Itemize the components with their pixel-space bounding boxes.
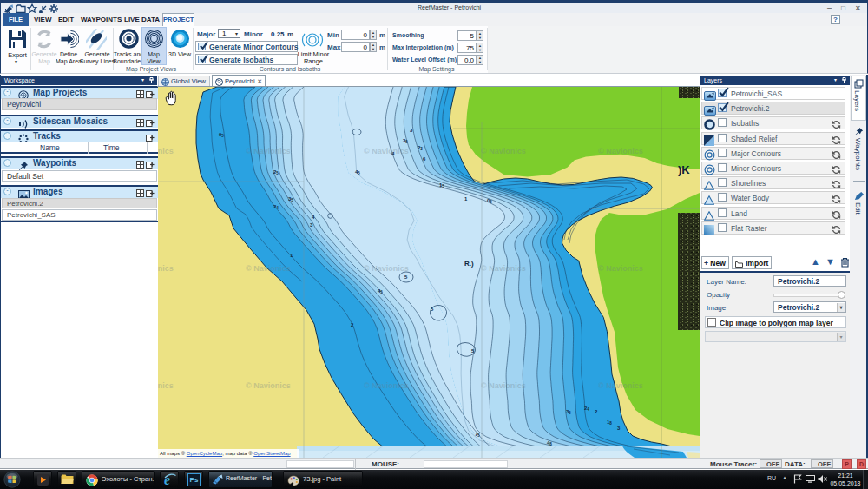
svg-text:R.): R.) [464,260,474,268]
svg-text:© Navionics: © Navionics [158,264,174,273]
svg-text:15: 15 [439,182,444,188]
svg-text:45: 45 [378,288,383,294]
svg-text:© Navionics: © Navionics [481,264,526,273]
svg-text:35: 35 [403,138,408,144]
svg-text:© Navionics: © Navionics [598,264,643,273]
svg-text:)K: )K [678,163,690,176]
svg-text:© Navionics: © Navionics [246,381,291,390]
svg-text:23: 23 [418,145,423,151]
svg-text:35: 35 [288,196,293,202]
svg-text:© Navionics: © Navionics [364,147,409,155]
svg-text:© Navionics: © Navionics [246,264,291,273]
svg-text:45: 45 [355,169,360,175]
svg-text:75: 75 [475,432,480,438]
svg-text:© Navionics: © Navionics [598,147,643,155]
svg-text:© Navionics: © Navionics [364,381,409,390]
svg-text:© Navionics: © Navionics [158,147,174,155]
svg-text:© Navionics: © Navionics [364,264,409,273]
svg-text:© Navionics: © Navionics [598,381,643,390]
svg-text:© Navionics: © Navionics [481,381,526,390]
svg-text:05: 05 [487,198,492,204]
svg-text:35: 35 [566,409,571,415]
svg-text:24: 24 [273,204,279,210]
svg-text:© Navionics: © Navionics [158,381,174,390]
svg-text:© Navionics: © Navionics [246,147,291,155]
svg-text:18: 18 [607,420,612,426]
svg-text:25: 25 [273,169,279,175]
svg-text:95: 95 [219,132,224,138]
svg-text:24: 24 [584,406,589,412]
svg-text:48: 48 [547,440,552,446]
svg-text:© Navionics: © Navionics [481,147,526,155]
